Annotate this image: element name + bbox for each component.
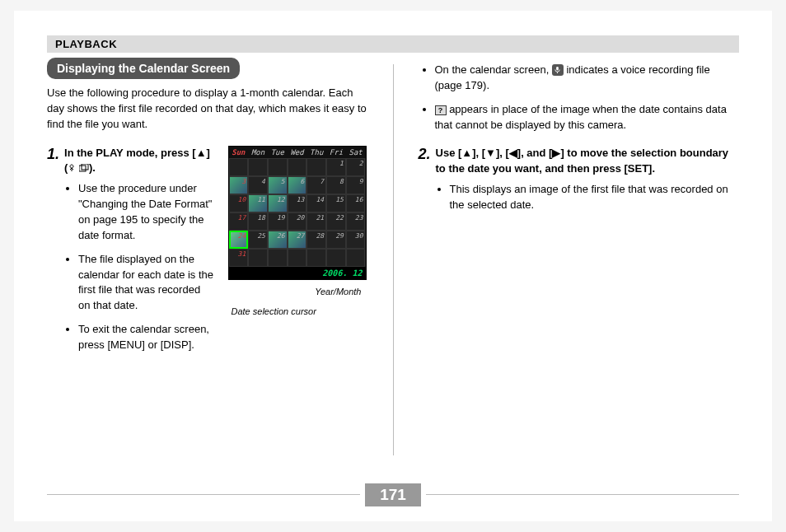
page-number: 171 [365, 483, 421, 506]
cal-cell: 23 [346, 212, 366, 231]
cal-cell: 13 [288, 194, 307, 212]
cal-cell: 14 [306, 194, 326, 212]
day-mon: Mon [248, 147, 268, 158]
cal-cell: 17 [229, 212, 249, 231]
calendar-grid: 1 2 3 4 5 6 7 8 9 10 11 12 13 [229, 158, 366, 267]
cal-cell: 7 [306, 176, 326, 194]
cal-cell: 15 [326, 194, 346, 212]
multi-image-icon [79, 161, 89, 177]
step2-bullets: This displays an image of the first file… [419, 182, 740, 213]
page-number-wrap: 171 [14, 483, 772, 506]
section-header: PLAYBACK [47, 35, 739, 53]
question-box-icon: ? [435, 105, 447, 115]
step-number: 1. [47, 146, 59, 163]
calendar-day-header: Sun Mon Tue Wed Thu Fri Sat [229, 147, 366, 158]
day-thu: Thu [306, 147, 326, 158]
cal-cell: 21 [306, 212, 326, 231]
cal-cell: 1 [326, 158, 346, 176]
svg-rect-1 [82, 164, 88, 170]
cal-cell [229, 158, 249, 176]
b2-text-b: appears in place of the image when the d… [435, 103, 727, 131]
step2-instruction: Use [▲], [▼], [◀], and [▶] to move the s… [436, 146, 739, 177]
step2-bullet: This displays an image of the first file… [450, 182, 740, 213]
cal-cell: 10 [229, 194, 249, 212]
svg-rect-0 [79, 166, 86, 171]
cal-cell: 4 [248, 176, 268, 194]
year-month-label: Year/Month [228, 287, 368, 296]
step1-heading: 1. In the PLAY mode, press [▲] ( ). [47, 146, 215, 177]
cal-cell: 11 [248, 194, 268, 212]
step1-bullet: To exit the calendar screen, press [MENU… [78, 322, 215, 353]
cal-cell [326, 249, 346, 267]
cal-cell: 26 [268, 231, 288, 249]
svg-rect-2 [557, 67, 559, 71]
cal-cell: 29 [326, 231, 346, 249]
calendar-figure: Sun Mon Tue Wed Thu Fri Sat [228, 146, 368, 362]
cal-cell [268, 158, 288, 176]
right-bullets: On the calendar screen, indicates a voic… [419, 63, 740, 133]
cal-cell [248, 249, 268, 267]
cal-cell [288, 249, 307, 267]
up-triangle-icon: ▲ [196, 147, 207, 159]
cal-cell [306, 249, 326, 267]
cal-cell [346, 249, 366, 267]
microphone-icon [552, 64, 564, 76]
day-fri: Fri [326, 147, 346, 158]
step1-part-a: In the PLAY mode, press [ [64, 147, 196, 159]
cal-cell: 12 [268, 194, 288, 212]
step1-part-c: ). [89, 161, 96, 174]
cal-cell: 19 [268, 212, 288, 231]
cal-cell: 16 [346, 194, 366, 212]
cursor-label: Date selection cursor [228, 306, 368, 316]
calendar-year-month: 2006. 12 [229, 267, 366, 279]
step-number: 2. [419, 146, 431, 163]
cal-cell: 2 [346, 158, 366, 176]
cal-cell: 30 [346, 231, 366, 249]
day-sat: Sat [346, 147, 366, 158]
cal-cell: 25 [248, 231, 268, 249]
step1-instruction: In the PLAY mode, press [▲] ( ). [64, 146, 214, 177]
intro-paragraph: Use the following procedure to display a… [47, 86, 368, 133]
day-tue: Tue [268, 147, 288, 158]
step2-heading: 2. Use [▲], [▼], [◀], and [▶] to move th… [419, 146, 740, 177]
cal-cell [248, 158, 268, 176]
cal-cell-selected: 24 [229, 231, 249, 249]
step1-bullets: Use the procedure under "Changing the Da… [47, 181, 215, 352]
topic-title: Displaying the Calendar Screen [47, 58, 240, 79]
cal-cell: 9 [346, 176, 366, 194]
column-divider [393, 64, 394, 455]
cal-cell: 22 [326, 212, 346, 231]
cal-cell: 28 [306, 231, 326, 249]
unknown-icon-bullet: ? appears in place of the image when the… [435, 102, 740, 133]
cal-cell: 20 [288, 212, 307, 231]
cal-cell [306, 158, 326, 176]
step1-text-col: 1. In the PLAY mode, press [▲] ( ). Use … [47, 146, 215, 362]
cal-cell: 31 [229, 249, 249, 267]
voice-icon-bullet: On the calendar screen, indicates a voic… [435, 63, 740, 94]
cal-cell: 27 [288, 231, 307, 249]
calendar-screen: Sun Mon Tue Wed Thu Fri Sat [228, 146, 367, 280]
b1-text-a: On the calendar screen, [435, 63, 552, 76]
step1-bullet: Use the procedure under "Changing the Da… [78, 181, 215, 243]
macro-icon [68, 161, 76, 177]
cal-cell [268, 249, 288, 267]
step1-row: 1. In the PLAY mode, press [▲] ( ). Use … [47, 146, 368, 362]
manual-page: PLAYBACK Displaying the Calendar Screen … [14, 11, 772, 521]
cal-cell: 5 [268, 176, 288, 194]
day-sun: Sun [229, 147, 249, 158]
day-wed: Wed [288, 147, 307, 158]
cal-cell: 6 [288, 176, 307, 194]
left-column: Displaying the Calendar Screen Use the f… [47, 58, 368, 455]
right-column: On the calendar screen, indicates a voic… [419, 58, 740, 455]
cal-cell: 3 [229, 176, 249, 194]
cal-cell: 18 [248, 212, 268, 231]
step1-bullet: The file displayed on the calendar for e… [78, 252, 215, 314]
two-column-layout: Displaying the Calendar Screen Use the f… [47, 58, 739, 455]
cal-cell: 8 [326, 176, 346, 194]
cal-cell [288, 158, 307, 176]
